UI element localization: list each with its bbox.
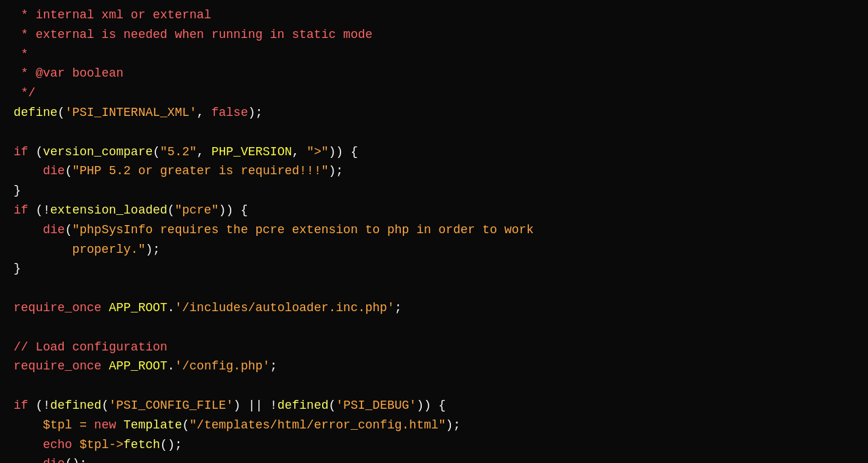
code-token: * <box>14 47 28 61</box>
code-token: ( <box>58 106 65 119</box>
code-token: , <box>197 145 212 159</box>
code-token: */ <box>14 86 35 100</box>
code-line: if (version_compare("5.2", PHP_VERSION, … <box>14 142 854 162</box>
code-token: ; <box>395 301 402 315</box>
code-token: (); <box>65 457 87 463</box>
code-token: ( <box>65 164 73 178</box>
code-token: defined <box>50 399 102 412</box>
code-token: "5.2" <box>160 145 197 159</box>
code-token: define <box>14 106 58 119</box>
code-token: Template <box>123 418 182 432</box>
code-token: ( <box>65 223 73 237</box>
code-token: extension_loaded <box>50 203 167 217</box>
code-token <box>14 164 43 178</box>
code-token <box>14 438 43 451</box>
code-token: ; <box>270 359 277 373</box>
code-token: echo <box>43 438 72 451</box>
code-token: * external is needed when running in sta… <box>14 28 372 41</box>
code-token: ); <box>145 243 160 256</box>
code-token: 'PSI_DEBUG' <box>336 399 416 412</box>
code-line: * internal xml or external <box>14 5 854 25</box>
code-token: , <box>292 145 307 159</box>
code-token: ( <box>329 399 336 412</box>
code-token: ">" <box>307 145 328 159</box>
code-line: echo $tpl->fetch(); <box>14 435 854 455</box>
code-token: die <box>43 223 64 237</box>
code-token <box>102 359 109 373</box>
code-token: boolean <box>65 66 123 80</box>
code-line: die(); <box>14 454 854 463</box>
code-line: require_once APP_ROOT.'/config.php'; <box>14 357 854 376</box>
code-token: false <box>212 106 248 119</box>
code-line: */ <box>14 83 854 103</box>
code-token: version_compare <box>43 145 153 159</box>
code-token: or <box>131 8 146 22</box>
code-token: )) { <box>329 145 358 159</box>
code-token: if <box>14 145 28 159</box>
code-line: * @var boolean <box>14 64 854 83</box>
code-token: "phpSysInfo requires the pcre extension … <box>72 223 534 237</box>
code-token: require_once <box>14 359 102 373</box>
code-token: if <box>14 399 28 412</box>
code-token: (! <box>28 203 50 217</box>
code-line: die("PHP 5.2 or greater is required!!!")… <box>14 161 854 181</box>
code-token: ); <box>248 106 263 119</box>
code-line: * <box>14 45 854 64</box>
code-token: "pcre" <box>175 203 219 217</box>
code-line: die("phpSysInfo requires the pcre extens… <box>14 220 854 240</box>
code-line <box>14 376 854 396</box>
code-token: } <box>14 262 21 275</box>
code-token: '/config.php' <box>175 359 270 373</box>
code-token: * <box>14 66 35 80</box>
code-token: )) { <box>218 203 248 217</box>
code-line: $tpl = new Template("/templates/html/err… <box>14 416 854 435</box>
code-token: "/templates/html/error_config.html" <box>189 418 446 432</box>
code-token: PHP_VERSION <box>212 145 292 159</box>
code-line: define('PSI_INTERNAL_XML', false); <box>14 103 854 123</box>
code-line: } <box>14 259 854 279</box>
code-token: , <box>197 106 212 119</box>
code-token <box>14 223 43 237</box>
code-token: ( <box>182 418 189 432</box>
code-token: ( <box>153 145 160 159</box>
code-token: // Load configuration <box>14 340 167 354</box>
code-token: . <box>167 359 175 373</box>
code-token: ); <box>329 164 344 178</box>
code-line: properly."); <box>14 240 854 260</box>
code-token: die <box>43 164 64 178</box>
code-token: ); <box>446 418 460 432</box>
code-token <box>14 457 43 463</box>
code-token: '/includes/autoloader.inc.php' <box>175 301 395 315</box>
code-line <box>14 279 854 298</box>
code-token: ( <box>167 203 175 217</box>
code-token: @var <box>35 66 64 80</box>
code-token: ) || ! <box>233 399 277 412</box>
code-token: fetch <box>123 438 160 451</box>
code-line: require_once APP_ROOT.'/includes/autoloa… <box>14 298 854 318</box>
code-token: (); <box>160 438 182 451</box>
code-token: } <box>14 184 21 197</box>
code-token: )) { <box>416 399 446 412</box>
code-line: if (!extension_loaded("pcre")) { <box>14 201 854 220</box>
code-token: if <box>14 203 28 217</box>
code-lines: * internal xml or external * external is… <box>14 5 854 463</box>
code-token: (! <box>28 399 50 412</box>
code-token: "PHP 5.2 or greater is required!!!" <box>72 164 328 178</box>
code-line: * external is needed when running in sta… <box>14 25 854 45</box>
code-line <box>14 123 854 142</box>
code-token: $tpl = <box>14 418 94 432</box>
code-token <box>102 301 109 315</box>
code-line: if (!defined('PSI_CONFIG_FILE') || !defi… <box>14 396 854 416</box>
code-token: APP_ROOT <box>108 301 167 315</box>
code-editor: * internal xml or external * external is… <box>0 0 868 463</box>
code-token: 'PSI_INTERNAL_XML' <box>65 106 197 119</box>
code-token: require_once <box>14 301 102 315</box>
code-token: defined <box>277 399 329 412</box>
code-token: external <box>145 8 211 22</box>
code-token: die <box>43 457 64 463</box>
code-token: ( <box>28 145 43 159</box>
code-token: APP_ROOT <box>108 359 167 373</box>
code-line <box>14 318 854 338</box>
code-token: new <box>94 418 123 432</box>
code-line: } <box>14 181 854 201</box>
